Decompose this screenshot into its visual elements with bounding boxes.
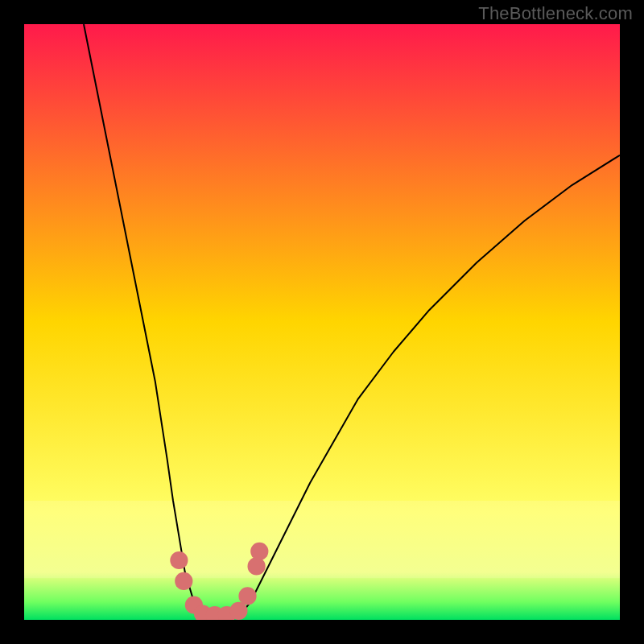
- marker-point: [248, 557, 266, 575]
- chart-svg: [24, 24, 620, 620]
- marker-point: [238, 587, 256, 605]
- marker-point: [229, 602, 247, 620]
- marker-point: [250, 543, 268, 560]
- watermark-text: TheBottleneck.com: [478, 3, 633, 24]
- plot-frame: [24, 24, 620, 620]
- light-band: [24, 501, 620, 578]
- marker-point: [175, 572, 192, 590]
- marker-point: [170, 551, 188, 569]
